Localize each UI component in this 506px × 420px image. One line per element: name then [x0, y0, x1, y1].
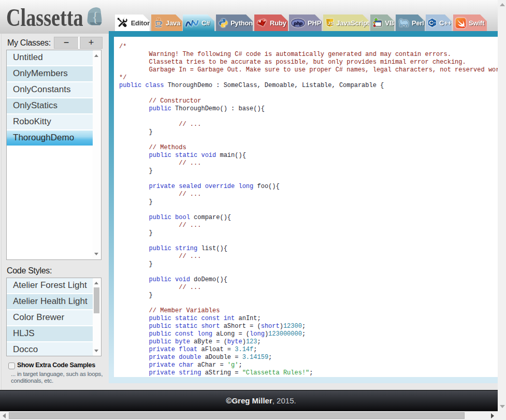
svg-text:JS: JS [327, 20, 334, 26]
svg-text:C: C [429, 19, 434, 26]
svg-text:{: { [92, 9, 98, 25]
svg-text:php: php [293, 20, 302, 26]
